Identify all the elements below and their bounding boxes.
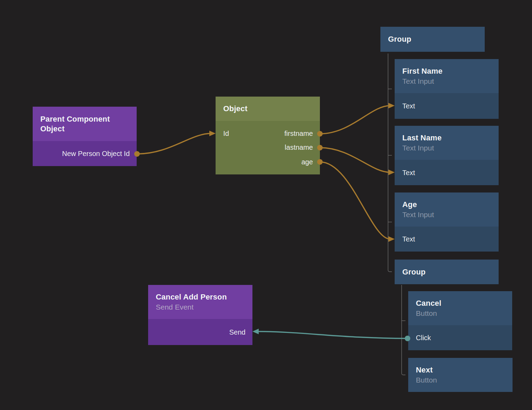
arrowhead-object-firstname-to-first-name-text	[388, 103, 395, 108]
node-title: Age	[402, 200, 491, 210]
port-age-text[interactable]: Text	[395, 227, 499, 252]
node-age-header[interactable]: Age Text Input	[395, 192, 499, 227]
arrowhead-object-age-to-age-text	[388, 236, 395, 242]
node-parent-component-object[interactable]: Parent Component Object New Person Objec…	[33, 107, 137, 166]
arrowhead-object-lastname-to-last-name-text	[388, 170, 395, 175]
node-object-ports: Id firstname lastname age	[216, 121, 320, 174]
node-last-name-ports: Text	[395, 160, 499, 185]
node-first-name[interactable]: First Name Text Input Text	[395, 59, 499, 119]
wire-object-lastname-to-last-name-text[interactable]	[320, 148, 390, 172]
port-object-age[interactable]: age	[301, 158, 313, 166]
node-subtitle: Text Input	[402, 76, 491, 86]
node-next-button-header[interactable]: Next Button	[408, 358, 513, 392]
port-label: Text	[402, 235, 415, 243]
port-object-id[interactable]: Id	[223, 130, 229, 138]
port-label: Click	[416, 334, 431, 342]
node-title: Group	[388, 34, 477, 44]
node-subtitle: Text Input	[402, 143, 491, 153]
node-editor-canvas[interactable]: { "colors": { "background": "#211f20", "…	[0, 0, 532, 410]
node-cancel-button[interactable]: Cancel Button Click	[408, 291, 512, 350]
node-title: Cancel Add Person	[156, 292, 245, 302]
port-object-lastname[interactable]: lastname	[285, 144, 313, 151]
node-group-inner[interactable]: Group	[395, 260, 499, 284]
node-age[interactable]: Age Text Input Text	[395, 192, 499, 252]
arrowhead-cancel-click-to-send	[252, 329, 259, 334]
wire-object-age-to-age-text[interactable]	[320, 162, 390, 239]
node-cancel-button-ports: Click	[408, 325, 512, 350]
node-cancel-button-header[interactable]: Cancel Button	[408, 291, 512, 325]
node-object-header[interactable]: Object	[216, 97, 320, 121]
node-group-outer[interactable]: Group	[380, 27, 485, 52]
port-cancel-click[interactable]: Click	[408, 325, 512, 350]
node-title: Cancel	[416, 298, 505, 308]
node-subtitle: Text Input	[402, 210, 491, 219]
node-title: Group	[402, 267, 491, 277]
node-first-name-header[interactable]: First Name Text Input	[395, 59, 499, 93]
port-object-firstname[interactable]: firstname	[284, 130, 313, 138]
arrowhead-new-person-object-id-to-object-id	[209, 131, 216, 136]
node-subtitle: Button	[416, 375, 505, 385]
port-last-name-text[interactable]: Text	[395, 160, 499, 185]
wire-new-person-object-id-to-object-id[interactable]	[137, 133, 211, 154]
port-label: New Person Object Id	[62, 149, 130, 158]
node-title: Object	[223, 104, 312, 114]
node-next-button[interactable]: Next Button	[408, 358, 513, 392]
port-label: Send	[229, 328, 245, 336]
node-title: Last Name	[402, 133, 491, 143]
node-title: Next	[416, 365, 505, 375]
node-group-outer-header[interactable]: Group	[380, 27, 485, 52]
node-title: Parent Component Object	[40, 114, 129, 134]
node-group-inner-header[interactable]: Group	[395, 260, 499, 284]
port-label: Text	[402, 102, 415, 110]
node-last-name-header[interactable]: Last Name Text Input	[395, 126, 499, 160]
wire-object-firstname-to-first-name-text[interactable]	[320, 106, 390, 134]
node-title: First Name	[402, 66, 491, 76]
tree-line-group-inner-trunk	[402, 285, 405, 375]
port-new-person-object-id[interactable]: New Person Object Id	[33, 141, 137, 166]
port-send[interactable]: Send	[148, 319, 252, 345]
port-label: Text	[402, 169, 415, 177]
node-cancel-add-person-ports: Send	[148, 319, 252, 345]
node-object[interactable]: Object Id firstname lastname age	[216, 97, 320, 174]
node-subtitle: Button	[416, 309, 505, 318]
node-age-ports: Text	[395, 227, 499, 252]
node-last-name[interactable]: Last Name Text Input Text	[395, 126, 499, 185]
port-first-name-text[interactable]: Text	[395, 93, 499, 119]
node-parent-component-ports: New Person Object Id	[33, 141, 137, 166]
wire-cancel-click-to-send[interactable]	[257, 331, 408, 338]
node-first-name-ports: Text	[395, 93, 499, 119]
node-cancel-add-person[interactable]: Cancel Add Person Send Event Send	[148, 285, 252, 345]
node-cancel-add-person-header[interactable]: Cancel Add Person Send Event	[148, 285, 252, 319]
node-subtitle: Send Event	[156, 302, 245, 312]
tree-line-group-outer-trunk	[388, 54, 392, 272]
node-parent-component-header[interactable]: Parent Component Object	[33, 107, 137, 141]
